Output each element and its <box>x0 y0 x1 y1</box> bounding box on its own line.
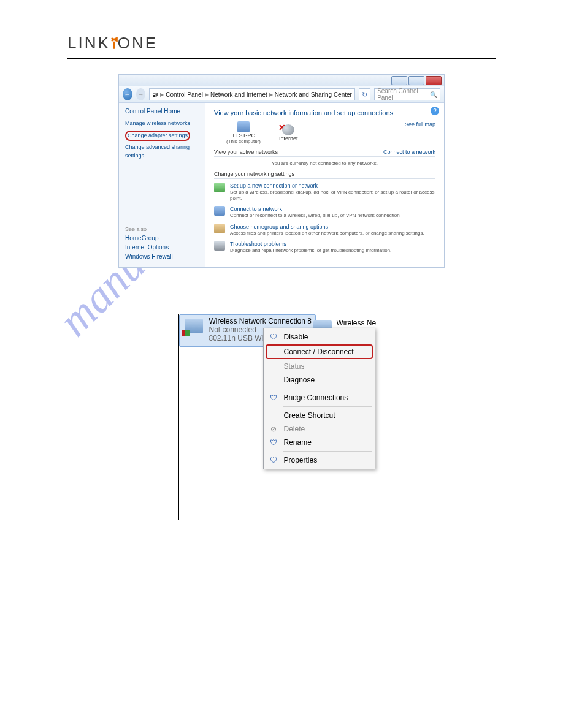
menu-item-label: Bridge Connections <box>284 393 348 402</box>
menu-item-connect-disconnect[interactable]: Connect / Disconnect <box>266 344 373 359</box>
window-network-sharing-center: ← → 🖳 ▶ Control Panel ▶ Network and Inte… <box>118 74 445 268</box>
main-pane: ? View your basic network information an… <box>205 103 444 267</box>
setting-setup-connection[interactable]: Set up a new connection or network Set u… <box>214 183 435 201</box>
nav-bar: ← → 🖳 ▶ Control Panel ▶ Network and Inte… <box>119 86 444 103</box>
setting-homegroup[interactable]: Choose homegroup and sharing options Acc… <box>214 224 435 237</box>
network-map: TEST-PC (This computer) ✕ Internet See f… <box>226 121 435 144</box>
search-icon: 🔍 <box>430 91 437 98</box>
menu-item-label: Status <box>284 362 305 371</box>
close-button[interactable] <box>426 76 442 85</box>
setting-troubleshoot[interactable]: Troubleshoot problems Diagnose and repai… <box>214 241 435 254</box>
menu-item-properties[interactable]: 🛡Properties <box>266 453 373 467</box>
brand-right: ONE <box>118 34 158 53</box>
sidebar-link-advanced-sharing[interactable]: Change advanced sharing settings <box>125 143 199 160</box>
forward-button[interactable]: → <box>136 88 146 100</box>
setting-connect-network[interactable]: Connect to a network Connect or reconnec… <box>214 206 435 219</box>
connect-network-link[interactable]: Connect to a network <box>383 149 435 155</box>
blank-icon <box>268 411 279 420</box>
sidebar-link-change-adapter[interactable]: Change adapter settings <box>125 131 199 142</box>
delete-icon: ⊘ <box>268 424 279 434</box>
crumb-1[interactable]: Control Panel <box>166 91 203 98</box>
blank-icon <box>268 362 279 371</box>
change-settings-label: Change your networking settings <box>214 171 435 179</box>
sidebar-title: Control Panel Home <box>125 108 199 115</box>
header-divider <box>67 58 496 59</box>
context-menu: 🛡DisableConnect / DisconnectStatusDiagno… <box>263 328 375 469</box>
adapter-icon: ▮ <box>183 317 204 336</box>
not-connected-text: You are currently not connected to any n… <box>214 161 435 166</box>
adapter-name: Wireless Network Connection 8 <box>209 317 312 326</box>
menu-item-disable[interactable]: 🛡Disable <box>266 330 373 344</box>
menu-item-status: Status <box>266 360 373 373</box>
blank-icon <box>268 347 279 357</box>
search-input[interactable]: Search Control Panel 🔍 <box>374 88 440 100</box>
back-button[interactable]: ← <box>123 88 132 100</box>
help-button[interactable]: ? <box>431 107 439 115</box>
window-network-connections: ▮ Wireless Network Connection 8 Not conn… <box>178 314 385 520</box>
refresh-button[interactable]: ↻ <box>359 88 370 100</box>
signal-bars-icon: ▮ <box>181 327 186 337</box>
maximize-button[interactable] <box>408 76 424 85</box>
blank-icon <box>268 375 279 385</box>
menu-item-label: Rename <box>284 438 312 447</box>
window-title-bar <box>119 75 444 86</box>
shield-icon: 🛡 <box>268 393 279 403</box>
see-full-map-link[interactable]: See full map <box>405 121 435 127</box>
shield-icon: 🛡 <box>268 438 279 447</box>
menu-item-label: Properties <box>284 456 318 464</box>
see-also-firewall[interactable]: Windows Firewall <box>125 253 199 260</box>
see-also-label: See also <box>125 226 199 232</box>
minimize-button[interactable] <box>391 76 407 85</box>
troubleshoot-icon <box>214 241 225 251</box>
menu-item-bridge-connections[interactable]: 🛡Bridge Connections <box>266 391 373 404</box>
computer-icon <box>237 121 250 132</box>
menu-separator <box>283 451 372 452</box>
menu-item-rename[interactable]: 🛡Rename <box>266 436 373 449</box>
menu-item-delete: ⊘Delete <box>266 422 373 436</box>
brand-logo: LINK ONE <box>67 34 496 53</box>
homegroup-icon <box>214 224 225 233</box>
see-also-homegroup[interactable]: HomeGroup <box>125 235 199 241</box>
menu-item-label: Diagnose <box>284 376 315 384</box>
highlight-oval-icon: Change adapter settings <box>125 131 190 142</box>
adapter-name-partial: Wireless Ne <box>337 319 377 328</box>
node-pc-name: TEST-PC <box>232 132 255 138</box>
shield-icon: 🛡 <box>268 455 279 465</box>
connect-icon <box>214 206 225 216</box>
connection-wizard-icon <box>214 183 225 192</box>
menu-item-label: Delete <box>284 425 305 433</box>
sidebar: Control Panel Home Manage wireless netwo… <box>119 103 205 267</box>
menu-separator <box>283 406 372 407</box>
search-placeholder: Search Control Panel <box>377 88 430 101</box>
sidebar-link-manage-wireless[interactable]: Manage wireless networks <box>125 119 199 128</box>
active-networks-label: View your active networks Connect to a n… <box>214 149 435 157</box>
shield-icon: 🛡 <box>268 332 279 342</box>
menu-item-create-shortcut[interactable]: Create Shortcut <box>266 409 373 422</box>
crumb-2[interactable]: Network and Internet <box>210 91 267 98</box>
menu-separator <box>283 389 372 389</box>
breadcrumb[interactable]: 🖳 ▶ Control Panel ▶ Network and Internet… <box>149 88 355 100</box>
breadcrumb-icon: 🖳 <box>152 91 158 98</box>
crumb-3[interactable]: Network and Sharing Center <box>275 91 352 98</box>
menu-item-label: Connect / Disconnect <box>284 347 354 356</box>
brand-left: LINK <box>67 34 110 53</box>
menu-item-diagnose[interactable]: Diagnose <box>266 373 373 387</box>
main-title: View your basic network information and … <box>214 109 435 116</box>
internet-icon <box>282 124 294 135</box>
menu-item-label: Create Shortcut <box>284 411 335 420</box>
see-also-internet-options[interactable]: Internet Options <box>125 244 199 251</box>
node-pc-sub: (This computer) <box>226 138 261 144</box>
menu-item-label: Disable <box>284 333 308 341</box>
node-internet: Internet <box>279 135 298 142</box>
